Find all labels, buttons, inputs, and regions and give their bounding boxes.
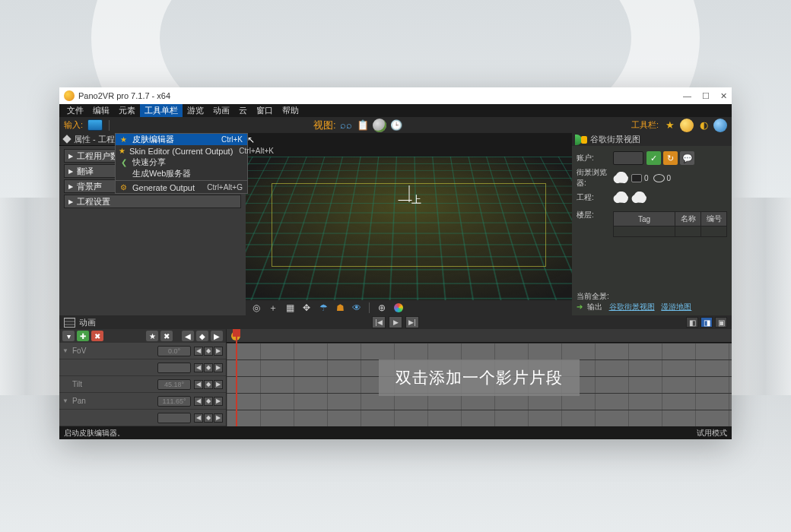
star-icon: ★: [119, 146, 125, 156]
clock-icon[interactable]: 🕒: [389, 119, 403, 132]
close-button[interactable]: ✕: [720, 91, 727, 101]
menu-item-web-server[interactable]: 生成Web服务器: [116, 168, 247, 179]
cloud-down-icon[interactable]: [631, 192, 646, 204]
share-icon: ❮: [119, 157, 129, 167]
tools-label: 工具栏:: [631, 119, 659, 131]
tl-wrench-button[interactable]: ✖: [160, 331, 173, 341]
track-row[interactable]: ▼ FoV 0.0° ◀◆▶: [59, 343, 226, 359]
arrow-icon: ➔: [577, 302, 583, 311]
tl-star-button[interactable]: ★: [146, 331, 158, 341]
globe-icon[interactable]: [713, 119, 727, 132]
dock-3-button[interactable]: ▣: [715, 317, 727, 328]
confirm-button[interactable]: ✓: [646, 151, 661, 165]
menu-tour[interactable]: 游览: [183, 104, 208, 117]
chat-button[interactable]: 💬: [680, 151, 694, 165]
target-icon[interactable]: ◎: [250, 302, 262, 314]
kf-prev[interactable]: ◀: [182, 331, 194, 341]
favorites-icon[interactable]: ★: [663, 119, 677, 132]
kf-next-icon[interactable]: ▶: [214, 347, 223, 356]
menu-help[interactable]: 帮助: [278, 104, 303, 117]
menu-item-skin-editor[interactable]: ★ 皮肤编辑器 Ctrl+K: [116, 134, 247, 145]
menu-item-skin-editor-current[interactable]: ★ Skin Editor (Current Output) Ctrl+Alt+…: [116, 145, 247, 157]
eye-count-icon: [653, 174, 665, 182]
kf-key-icon[interactable]: ◆: [204, 347, 213, 356]
dock-2-button[interactable]: ◨: [700, 317, 713, 328]
delete-track-button[interactable]: ✖: [91, 331, 103, 341]
track-value[interactable]: 0.0°: [157, 346, 191, 356]
eye-icon[interactable]: 👁: [351, 302, 363, 314]
expand-icon[interactable]: ▼: [62, 397, 70, 404]
gear-icon: ⚙: [119, 182, 129, 192]
track-row[interactable]: ▼ Pan 111.65° ◀◆▶: [59, 393, 226, 410]
account-dropdown[interactable]: [613, 151, 643, 165]
helmet-icon[interactable]: ◐: [697, 119, 710, 132]
prev-button[interactable]: |◀: [372, 316, 386, 328]
link-streetview[interactable]: 谷歌街景视图: [609, 302, 655, 311]
pick-icon[interactable]: ☂: [317, 302, 329, 314]
tl-dropdown[interactable]: ▾: [62, 331, 75, 341]
menu-item-quick-share[interactable]: ❮ 快速分享: [116, 157, 247, 168]
timeline-grid[interactable]: 双击添加一个影片片段: [227, 329, 732, 426]
status-text: 启动皮肤编辑器。: [64, 428, 125, 439]
menu-window[interactable]: 窗口: [252, 104, 278, 117]
track-value[interactable]: [157, 413, 191, 423]
minimize-button[interactable]: —: [683, 91, 691, 101]
titlebar: Pano2VR pro 7.1.7 - x64 — ☐ ✕: [59, 87, 732, 104]
menu-elements[interactable]: 元素: [114, 104, 140, 117]
streetview-header: 谷歌街景视图: [572, 133, 732, 146]
clipboard-icon[interactable]: 📋: [356, 119, 370, 132]
track-row[interactable]: Tilt 45.18° ◀◆▶: [59, 376, 226, 393]
kf-prev-icon[interactable]: ◀: [194, 347, 203, 356]
menu-edit[interactable]: 编辑: [88, 104, 114, 117]
kf-next[interactable]: ▶: [211, 331, 223, 341]
menu-tools[interactable]: 工具单栏: [140, 104, 183, 117]
grid-icon[interactable]: ▦: [284, 302, 296, 314]
maximize-button[interactable]: ☐: [702, 91, 710, 101]
flag-icon[interactable]: ☗: [334, 302, 346, 314]
cloud-up-icon[interactable]: [613, 192, 628, 204]
acc-settings[interactable]: ▶工程设置: [64, 195, 241, 208]
binoculars-icon[interactable]: ⌕⌕: [339, 119, 353, 132]
timeline: ▾ ✚ ✖ ★ ✖ ◀ ◆ ▶ ▼ FoV 0.0° ◀◆▶ ◀◆▶ Tilt …: [59, 329, 732, 426]
track-row[interactable]: ◀◆▶: [59, 359, 226, 376]
google-streetview-icon: [575, 135, 587, 145]
timeline-hint: 双击添加一个影片片段: [379, 359, 580, 396]
track-value[interactable]: [157, 363, 191, 373]
link-roammap[interactable]: 漫游地图: [661, 302, 691, 311]
track-value[interactable]: 111.65°: [157, 396, 191, 407]
pan-icon[interactable]: ✥: [300, 302, 313, 314]
viewport-3d[interactable]: ↖ 上: [246, 133, 572, 300]
view-label: 视图:: [313, 119, 336, 132]
app-logo-icon: [64, 90, 75, 101]
kf-key[interactable]: ◆: [196, 331, 208, 341]
expand-icon[interactable]: ▼: [62, 347, 70, 354]
menubar: 文件 编辑 元素 工具单栏 游览 动画 云 窗口 帮助: [59, 104, 732, 117]
cloud-download-icon[interactable]: [613, 172, 628, 184]
input-label: 输入:: [64, 119, 83, 131]
tools-dropdown: ★ 皮肤编辑器 Ctrl+K ★ Skin Editor (Current Ou…: [115, 133, 248, 194]
reticle-icon[interactable]: ⊕: [376, 302, 388, 314]
refresh-button[interactable]: ↻: [663, 151, 678, 165]
film-icon: [64, 318, 75, 328]
track-row[interactable]: ◀◆▶: [59, 410, 226, 426]
dock-1-button[interactable]: ◧: [686, 317, 698, 328]
add-track-button[interactable]: ✚: [77, 331, 89, 341]
color-wheel-icon[interactable]: [392, 302, 405, 314]
diamond-icon: [62, 135, 71, 143]
plus-icon[interactable]: ＋: [267, 302, 279, 314]
playhead[interactable]: [236, 329, 237, 426]
menu-file[interactable]: 文件: [62, 104, 88, 117]
monitor-icon[interactable]: [87, 119, 103, 131]
track-value[interactable]: 45.18°: [157, 379, 191, 390]
app-window: Pano2VR pro 7.1.7 - x64 — ☐ ✕ 文件 编辑 元素 工…: [59, 87, 732, 439]
menu-anim[interactable]: 动画: [208, 104, 234, 117]
panel-footer: 当前全景: ➔ 输出 谷歌街景视图 漫游地图: [572, 288, 732, 315]
menu-item-generate-output[interactable]: ⚙ Generate Output Ctrl+Alt+G: [116, 182, 247, 193]
menu-cloud[interactable]: 云: [234, 104, 252, 117]
sun-icon[interactable]: [680, 119, 694, 132]
globe-nav-icon[interactable]: [373, 119, 386, 132]
play-button[interactable]: ▶: [389, 316, 402, 328]
timeline-ruler[interactable]: [227, 329, 732, 343]
table-row[interactable]: [614, 226, 727, 237]
next-button[interactable]: ▶|: [405, 316, 419, 328]
